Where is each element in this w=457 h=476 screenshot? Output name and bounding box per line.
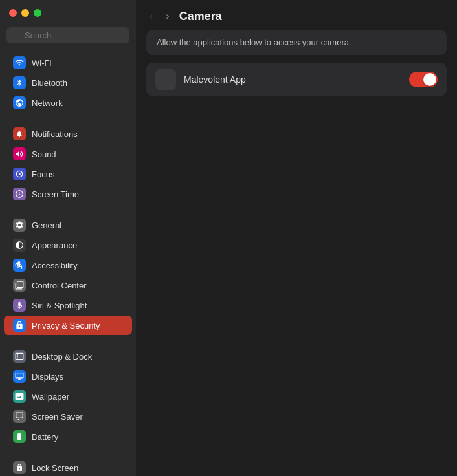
sidebar-section-general: General Appearance Accessibility Control… <box>0 212 136 338</box>
sidebar-section-notifications: Notifications Sound Focus Screen Time <box>0 121 136 207</box>
traffic-lights <box>0 0 136 23</box>
sidebar-item-general[interactable]: General <box>4 215 132 235</box>
bluetooth-icon <box>13 76 26 89</box>
sidebar-item-privacy[interactable]: Privacy & Security <box>4 316 132 335</box>
main-content: ‹ › Camera Allow the applications below … <box>136 0 457 476</box>
sidebar-item-notifications[interactable]: Notifications <box>4 124 132 144</box>
sidebar-item-lock-screen-label: Lock Screen <box>32 463 78 473</box>
focus-icon <box>13 168 26 180</box>
forward-button[interactable]: › <box>162 9 172 23</box>
accessibility-icon <box>13 259 26 272</box>
sidebar-item-bluetooth-label: Bluetooth <box>32 78 67 88</box>
sidebar-item-wallpaper[interactable]: Wallpaper <box>4 387 132 406</box>
sidebar-item-control-center-label: Control Center <box>32 281 87 290</box>
displays-icon <box>13 370 26 383</box>
sidebar-section-lock: Lock Screen Touch ID & Password Users & … <box>0 455 136 476</box>
wallpaper-icon <box>13 390 26 403</box>
sidebar-item-network-label: Network <box>32 98 63 108</box>
sidebar-item-sound[interactable]: Sound <box>4 144 132 164</box>
sidebar-item-screen-time[interactable]: Screen Time <box>4 184 132 204</box>
page-title: Camera <box>179 10 222 23</box>
desktop-dock-icon <box>13 350 26 363</box>
content-area: Allow the applications below to access y… <box>136 30 457 476</box>
sidebar-item-wifi-label: Wi-Fi <box>32 58 51 68</box>
sidebar-item-privacy-label: Privacy & Security <box>32 321 100 330</box>
wifi-icon <box>13 56 26 69</box>
sidebar-item-accessibility[interactable]: Accessibility <box>4 255 132 275</box>
sidebar-item-battery[interactable]: Battery <box>4 427 132 446</box>
sidebar-section-network: Wi-Fi Bluetooth Network <box>0 50 136 116</box>
notifications-icon <box>13 127 26 140</box>
camera-description-text: Allow the applications below to access y… <box>157 38 351 47</box>
sidebar-item-battery-label: Battery <box>32 432 58 442</box>
search-input[interactable] <box>6 27 129 43</box>
privacy-icon <box>13 319 26 332</box>
sidebar-item-wifi[interactable]: Wi-Fi <box>4 53 132 72</box>
app-icon <box>155 69 176 90</box>
sidebar-item-desktop-dock[interactable]: Desktop & Dock <box>4 347 132 366</box>
sidebar-item-appearance-label: Appearance <box>32 241 77 250</box>
general-icon <box>13 219 26 232</box>
screen-time-icon <box>13 188 26 200</box>
minimize-button[interactable] <box>21 9 29 17</box>
sidebar-item-wallpaper-label: Wallpaper <box>32 392 69 402</box>
sidebar-section-desktop: Desktop & Dock Displays Wallpaper Screen… <box>0 343 136 449</box>
network-icon <box>13 96 26 109</box>
sidebar-item-accessibility-label: Accessibility <box>32 261 78 270</box>
sidebar: 🔍 Wi-Fi Bluetooth Network <box>0 0 136 476</box>
search-container: 🔍 <box>0 23 136 50</box>
main-header: ‹ › Camera <box>136 0 457 30</box>
camera-description: Allow the applications below to access y… <box>146 30 447 55</box>
sidebar-item-appearance[interactable]: Appearance <box>4 235 132 255</box>
app-row: Malevolent App <box>146 63 447 96</box>
sidebar-item-general-label: General <box>32 221 61 230</box>
toggle-knob <box>423 73 436 86</box>
sidebar-item-desktop-dock-label: Desktop & Dock <box>32 352 92 362</box>
sidebar-item-screen-saver[interactable]: Screen Saver <box>4 407 132 426</box>
sidebar-item-network[interactable]: Network <box>4 93 132 113</box>
sidebar-item-control-center[interactable]: Control Center <box>4 276 132 295</box>
sidebar-item-focus[interactable]: Focus <box>4 164 132 184</box>
screen-saver-icon <box>13 410 26 423</box>
appearance-icon <box>13 239 26 252</box>
battery-icon <box>13 430 26 443</box>
sidebar-item-siri-label: Siri & Spotlight <box>32 301 87 310</box>
sidebar-item-lock-screen[interactable]: Lock Screen <box>4 458 132 476</box>
sidebar-item-notifications-label: Notifications <box>32 129 78 139</box>
sidebar-item-displays-label: Displays <box>32 372 63 382</box>
maximize-button[interactable] <box>34 9 41 17</box>
sound-icon <box>13 147 26 160</box>
control-center-icon <box>13 279 26 292</box>
sidebar-item-bluetooth[interactable]: Bluetooth <box>4 73 132 92</box>
sidebar-item-siri[interactable]: Siri & Spotlight <box>4 296 132 315</box>
close-button[interactable] <box>9 9 17 17</box>
sidebar-item-screen-saver-label: Screen Saver <box>32 412 83 422</box>
siri-icon <box>13 299 26 312</box>
app-name: Malevolent App <box>184 74 401 85</box>
sidebar-item-screen-time-label: Screen Time <box>32 189 79 199</box>
sidebar-item-focus-label: Focus <box>32 169 54 179</box>
back-button[interactable]: ‹ <box>146 9 156 23</box>
sidebar-item-sound-label: Sound <box>32 149 56 159</box>
lock-screen-icon <box>13 461 26 474</box>
camera-toggle[interactable] <box>409 72 438 87</box>
sidebar-item-displays[interactable]: Displays <box>4 367 132 386</box>
search-wrapper: 🔍 <box>6 27 129 43</box>
